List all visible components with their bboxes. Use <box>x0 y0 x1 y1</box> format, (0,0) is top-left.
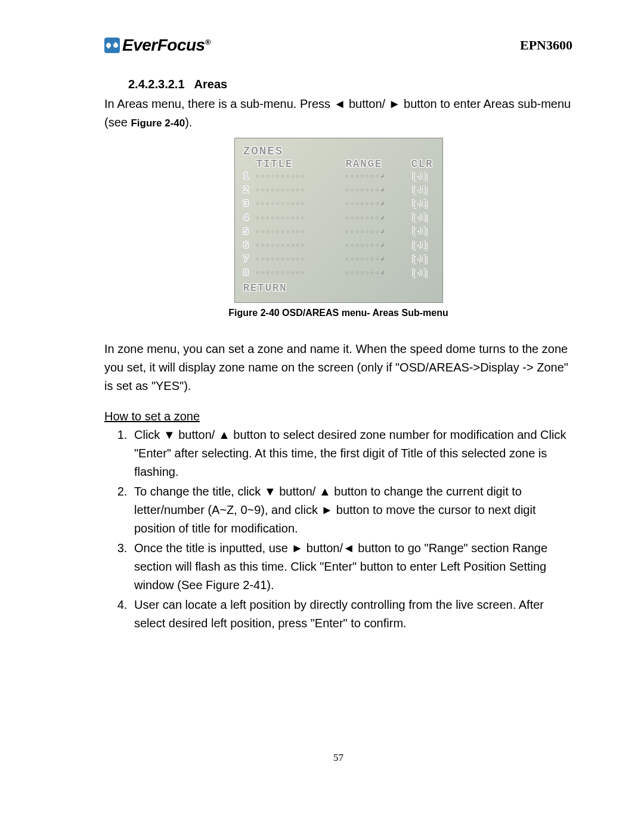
section-number: 2.4.2.3.2.1 <box>128 78 185 91</box>
osd-row: 2○○○○○○○○○○○○○○○○○↲[↲] <box>243 184 435 197</box>
osd-row: 6○○○○○○○○○○○○○○○○○↲[↲] <box>243 239 435 253</box>
osd-row: 7○○○○○○○○○○○○○○○○○↲[↲] <box>243 253 435 267</box>
osd-row: 1○○○○○○○○○○○○○○○○○↲[↲] <box>243 170 435 184</box>
osd-row: 5○○○○○○○○○○○○○○○○○↲[↲] <box>243 225 435 239</box>
osd-col-title: TITLE <box>256 158 346 170</box>
step-item: To change the title, click ▼ button/ ▲ b… <box>131 482 572 538</box>
step-item: User can locate a left position by direc… <box>131 596 572 633</box>
figure-caption: Figure 2-40 OSD/AREAS menu- Areas Sub-me… <box>104 308 572 318</box>
document-page: EverFocus® EPN3600 2.4.2.3.2.1Areas In A… <box>0 0 644 788</box>
page-header: EverFocus® EPN3600 <box>104 36 572 55</box>
intro-paragraph: In Areas menu, there is a sub-menu. Pres… <box>104 95 572 132</box>
brand-name: EverFocus® <box>122 36 210 55</box>
osd-column-headers: TITLE RANGE CLR <box>256 158 435 170</box>
osd-return: RETURN <box>243 282 435 294</box>
model-number: EPN3600 <box>520 38 572 53</box>
osd-col-clr: CLR <box>411 158 434 170</box>
page-number: 57 <box>104 752 572 764</box>
brand-logo: EverFocus® <box>104 36 210 55</box>
osd-screenshot: ZONES TITLE RANGE CLR 1○○○○○○○○○○○○○○○○○… <box>234 138 443 303</box>
section-title: Areas <box>194 78 228 91</box>
step-item: Click ▼ button/ ▲ button to select desir… <box>131 426 572 481</box>
section-heading: 2.4.2.3.2.1Areas <box>128 78 572 91</box>
osd-col-range: RANGE <box>346 158 411 170</box>
osd-row: 4○○○○○○○○○○○○○○○○○↲[↲] <box>243 212 435 225</box>
osd-row: 8○○○○○○○○○○○○○○○○○↲[↲] <box>243 267 435 280</box>
osd-row: 3○○○○○○○○○○○○○○○○○↲[↲] <box>243 197 435 211</box>
paragraph-2: In zone menu, you can set a zone and nam… <box>104 340 572 395</box>
osd-header: ZONES <box>243 144 435 158</box>
figure-block: ZONES TITLE RANGE CLR 1○○○○○○○○○○○○○○○○○… <box>104 138 572 318</box>
steps-list: Click ▼ button/ ▲ button to select desir… <box>104 426 572 633</box>
everfocus-icon <box>104 38 120 53</box>
step-item: Once the title is inputted, use ► button… <box>131 539 572 594</box>
howto-heading: How to set a zone <box>104 410 572 423</box>
figure-reference: Figure 2-40 <box>131 117 185 129</box>
